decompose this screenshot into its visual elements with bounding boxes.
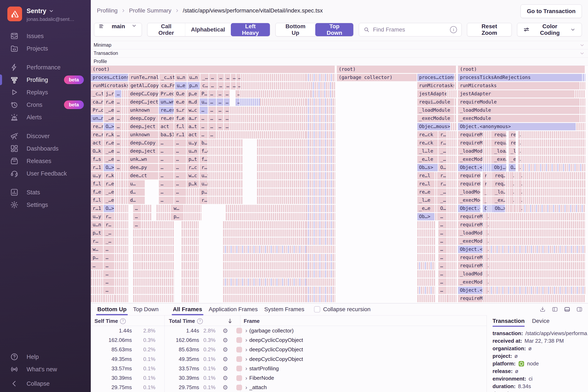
flame-frames-dense[interactable] (223, 238, 306, 246)
flame-frames-dense[interactable] (133, 254, 142, 262)
flame-frame[interactable]: requireModuleOrMock (458, 131, 483, 139)
flame-frame[interactable]: … (486, 221, 489, 229)
flame-frame[interactable]: r…1 (174, 131, 187, 139)
flame-frame[interactable]: … (217, 115, 224, 123)
flame-frame[interactable]: requireModuleOrMock (458, 254, 483, 262)
flame-frames-dense[interactable] (115, 238, 128, 246)
flame-frame[interactable]: u…y (187, 139, 200, 148)
flame-frame[interactable]: … (115, 106, 122, 115)
flame-frames-dense[interactable] (447, 172, 457, 180)
flame-frames-dense[interactable] (306, 106, 335, 115)
flame-frame[interactable]: u…y (91, 172, 104, 180)
flame-frame[interactable]: re…e (417, 188, 435, 196)
flame-frames-dense[interactable] (122, 123, 128, 131)
flame-frames-dense[interactable] (133, 246, 142, 254)
flame-frames-dense[interactable] (241, 74, 306, 82)
flame-frame[interactable]: re…r (91, 131, 104, 139)
flame-frames-dense[interactable] (514, 172, 520, 180)
flame-frame[interactable]: _execModule (458, 238, 483, 246)
flame-frames-dense[interactable] (455, 98, 457, 106)
flame-frames-dense[interactable] (306, 221, 335, 229)
flame-frames-dense[interactable] (182, 262, 199, 270)
flame-frame[interactable]: requireModuleOrMock (458, 213, 483, 221)
flame-frames-dense[interactable] (115, 196, 122, 205)
flame-frame[interactable]: a…r (187, 115, 200, 123)
flame-frame[interactable]: … (159, 156, 174, 164)
flame-frame[interactable]: … (115, 90, 122, 98)
flame-frames-dense[interactable] (435, 180, 438, 188)
flame-frame[interactable]: _… (104, 229, 115, 238)
flame-frames-dense[interactable] (523, 188, 585, 196)
flame-frames-dense[interactable] (523, 205, 585, 213)
flame-frames-dense[interactable] (417, 295, 435, 303)
flame-frames-dense[interactable] (223, 254, 306, 262)
flame-frames-dense[interactable] (447, 246, 457, 254)
flame-frames-dense[interactable] (208, 164, 242, 172)
flame-frames-dense[interactable] (514, 188, 520, 196)
flame-frame[interactable]: … (200, 123, 208, 131)
flame-frame[interactable]: a…t (187, 123, 200, 131)
tab-bottom-up[interactable]: Bottom Up (94, 304, 130, 315)
flame-frame[interactable]: w…c (187, 106, 200, 115)
flame-frames-dense[interactable] (306, 98, 335, 106)
flame-frame[interactable]: … (486, 262, 489, 270)
flame-frame[interactable]: requireModule (458, 139, 483, 148)
flame-frames-dense[interactable] (115, 270, 128, 278)
flame-frames-dense[interactable] (576, 123, 585, 131)
flame-frame[interactable]: … (511, 188, 514, 196)
tab-all-frames[interactable]: All Frames (170, 304, 206, 315)
flame-frames-dense[interactable] (447, 213, 457, 221)
flame-frame[interactable]: _… (438, 156, 447, 164)
flame-frames-dense[interactable] (182, 270, 199, 278)
flame-frames-dense[interactable] (521, 156, 585, 164)
flame-frames-dense[interactable] (483, 156, 492, 164)
flame-frames-dense[interactable] (306, 262, 335, 270)
flame-frame[interactable]: _… (438, 188, 447, 196)
tab-top-down[interactable]: Top Down (130, 304, 162, 315)
flame-frames-dense[interactable] (306, 115, 335, 123)
flame-frames-dense[interactable] (122, 139, 128, 148)
flame-frame[interactable]: … (520, 196, 523, 205)
flame-frame[interactable]: … (174, 139, 187, 148)
flame-frames-dense[interactable] (257, 172, 306, 180)
flame-frames-dense[interactable] (455, 74, 457, 82)
flame-frame[interactable]: … (520, 205, 523, 213)
flame-frames-dense[interactable] (122, 172, 128, 180)
flame-frame[interactable]: _…e (104, 115, 115, 123)
flame-frame[interactable]: O…k (91, 148, 104, 156)
flame-frame[interactable]: … (236, 74, 241, 82)
flame-frame[interactable]: … (225, 74, 231, 82)
flame-frames-dense[interactable] (514, 196, 520, 205)
flame-frames-dense[interactable] (115, 180, 122, 188)
flame-frames-dense[interactable] (91, 270, 104, 278)
flame-frame[interactable]: … (518, 131, 521, 139)
flame-frame[interactable]: (root) (337, 66, 457, 74)
flame-frames-dense[interactable] (115, 221, 128, 229)
flame-frame[interactable]: … (218, 74, 225, 82)
flame-frames-dense[interactable] (223, 221, 306, 229)
flame-frames-dense[interactable] (230, 106, 306, 115)
flame-frame[interactable]: _l…le (417, 148, 439, 156)
sidebar-item-dashboards[interactable]: Dashboards (0, 142, 91, 155)
flame-frames-dense[interactable] (451, 123, 457, 131)
flame-frames-dense[interactable] (506, 205, 511, 213)
flame-frames-dense[interactable] (208, 188, 242, 196)
flame-frame[interactable]: _…e (104, 188, 115, 196)
flame-frame[interactable]: w…c (187, 172, 200, 180)
flame-frame[interactable]: f…s (91, 156, 104, 164)
flame-frame[interactable]: Pr…ed (159, 90, 174, 98)
flame-frame[interactable]: Ob…> (417, 213, 435, 221)
flame-frame[interactable]: u…e (175, 82, 188, 90)
chevron-right-icon[interactable]: › (245, 356, 247, 362)
flame-frames-dense[interactable] (447, 188, 457, 196)
flame-frames-dense[interactable] (435, 205, 438, 213)
flame-frames-dense[interactable] (241, 82, 311, 90)
flame-frame[interactable]: jestAdapter (417, 90, 447, 98)
flame-frame[interactable]: (root) (91, 66, 335, 74)
flame-frame[interactable]: f…l (91, 196, 104, 205)
flame-frame[interactable]: … (217, 106, 224, 115)
flame-frames-dense[interactable] (230, 115, 306, 123)
flame-frames-dense[interactable] (306, 123, 335, 131)
flame-frame[interactable]: … (115, 131, 122, 139)
flame-frame[interactable]: … (200, 115, 208, 123)
